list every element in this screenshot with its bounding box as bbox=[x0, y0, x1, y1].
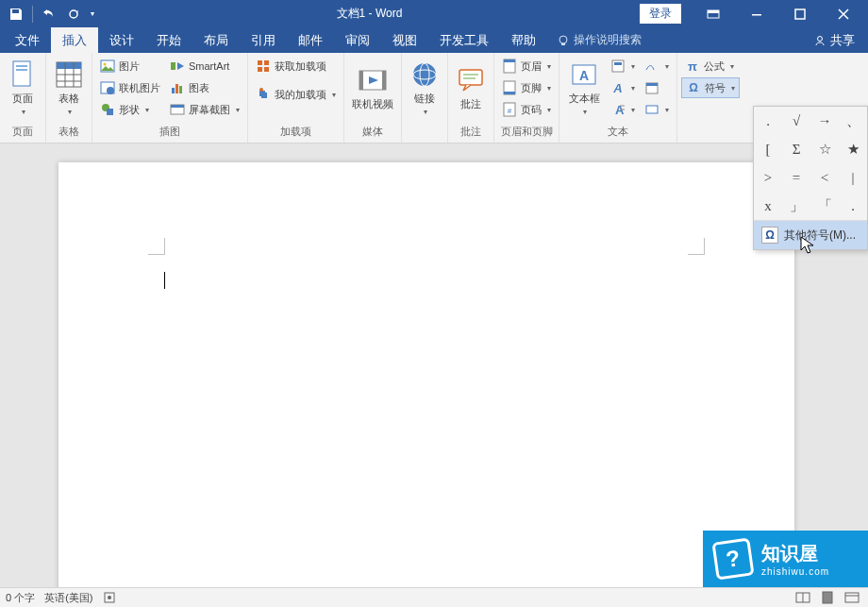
close-button[interactable] bbox=[823, 0, 864, 27]
addin-icon bbox=[256, 87, 271, 102]
login-button[interactable]: 登录 bbox=[640, 4, 681, 24]
my-addins-button[interactable]: 我的加载项▾ bbox=[252, 84, 340, 105]
read-mode-button[interactable] bbox=[793, 589, 813, 606]
svg-rect-8 bbox=[13, 61, 30, 86]
undo-button[interactable] bbox=[37, 0, 61, 27]
minimize-button[interactable] bbox=[736, 0, 777, 27]
chevron-down-icon: ▾ bbox=[583, 108, 587, 116]
textbox-button[interactable]: A 文本框 ▾ bbox=[563, 56, 605, 120]
group-header-footer: 页眉▾ 页脚▾ #页码▾ 页眉和页脚 bbox=[494, 53, 559, 143]
word-count[interactable]: 0 个字 bbox=[6, 591, 35, 605]
svg-point-33 bbox=[259, 88, 263, 92]
screenshot-button[interactable]: 屏幕截图▾ bbox=[166, 99, 243, 120]
tab-file[interactable]: 文件 bbox=[4, 27, 51, 53]
tab-design[interactable]: 设计 bbox=[98, 27, 145, 53]
get-addins-button[interactable]: 获取加载项 bbox=[252, 56, 340, 76]
shapes-icon bbox=[100, 102, 115, 117]
page-number-button[interactable]: #页码▾ bbox=[498, 99, 555, 120]
svg-rect-12 bbox=[57, 62, 81, 69]
macro-icon[interactable] bbox=[103, 591, 116, 604]
maximize-button[interactable] bbox=[779, 0, 821, 27]
window-title: 文档1 - Word bbox=[99, 6, 640, 22]
symbol-cell[interactable]: x bbox=[754, 192, 782, 220]
datetime-button[interactable] bbox=[641, 77, 673, 98]
web-layout-button[interactable] bbox=[842, 589, 862, 606]
svg-rect-25 bbox=[175, 84, 178, 93]
chevron-down-icon: ▾ bbox=[424, 108, 427, 116]
tab-mailings[interactable]: 邮件 bbox=[287, 27, 334, 53]
equation-button[interactable]: π公式▾ bbox=[681, 56, 740, 76]
link-icon bbox=[409, 59, 440, 90]
symbol-cell[interactable]: [ bbox=[754, 135, 782, 163]
symbol-cell[interactable]: Σ bbox=[782, 135, 810, 163]
object-button[interactable]: ▾ bbox=[641, 99, 673, 120]
footer-button[interactable]: 页脚▾ bbox=[498, 77, 555, 98]
table-button[interactable]: 表格 ▾ bbox=[50, 56, 88, 120]
chevron-down-icon: ▾ bbox=[665, 106, 669, 114]
language-status[interactable]: 英语(美国) bbox=[44, 591, 92, 605]
tab-layout[interactable]: 布局 bbox=[192, 27, 240, 53]
svg-rect-3 bbox=[752, 14, 761, 16]
symbol-cell[interactable]: . bbox=[754, 107, 782, 135]
symbol-cell[interactable]: 「 bbox=[810, 192, 839, 220]
tab-help[interactable]: 帮助 bbox=[500, 27, 547, 53]
qat-customize[interactable]: ▾ bbox=[86, 0, 99, 27]
redo-button[interactable] bbox=[61, 0, 86, 27]
tab-insert[interactable]: 插入 bbox=[51, 27, 98, 53]
tab-view[interactable]: 视图 bbox=[381, 27, 428, 53]
separator bbox=[32, 6, 33, 23]
pictures-button[interactable]: 图片 bbox=[96, 56, 164, 76]
symbol-cell[interactable]: ★ bbox=[839, 135, 867, 163]
group-pages: 页面 ▾ 页面 bbox=[0, 53, 46, 143]
symbol-button[interactable]: Ω符号▾ bbox=[681, 77, 740, 98]
svg-rect-58 bbox=[646, 83, 658, 86]
symbol-cell[interactable]: = bbox=[782, 163, 810, 192]
chevron-down-icon: ▾ bbox=[631, 62, 635, 71]
symbol-cell[interactable]: ☆ bbox=[810, 135, 839, 163]
print-layout-button[interactable] bbox=[817, 589, 838, 606]
header-button[interactable]: 页眉▾ bbox=[498, 56, 555, 76]
pages-button[interactable]: 页面 ▾ bbox=[4, 56, 42, 120]
symbol-cell[interactable]: | bbox=[839, 163, 867, 192]
ribbon-display-button[interactable] bbox=[693, 0, 734, 27]
chart-button[interactable]: 图表 bbox=[166, 77, 243, 98]
svg-point-5 bbox=[559, 36, 567, 43]
tab-home[interactable]: 开始 bbox=[145, 27, 192, 53]
date-icon bbox=[644, 80, 659, 95]
symbol-cell[interactable]: → bbox=[810, 107, 839, 135]
symbol-dropdown-panel: . √ → 、 [ Σ ☆ ★ > = < | x 」 「 . Ω 其他符号(M… bbox=[753, 106, 868, 250]
save-button[interactable] bbox=[4, 0, 28, 27]
tab-developer[interactable]: 开发工具 bbox=[428, 27, 500, 53]
symbol-cell[interactable]: < bbox=[810, 163, 839, 192]
smartart-button[interactable]: SmartArt bbox=[166, 56, 243, 76]
signature-button[interactable]: ▾ bbox=[641, 56, 673, 76]
page[interactable] bbox=[58, 162, 794, 587]
links-button[interactable]: 链接 ▾ bbox=[406, 56, 443, 120]
svg-rect-30 bbox=[264, 60, 269, 65]
symbol-cell[interactable]: √ bbox=[782, 107, 810, 135]
chevron-down-icon: ▾ bbox=[730, 62, 734, 71]
group-label bbox=[402, 137, 447, 143]
svg-rect-64 bbox=[823, 592, 832, 603]
chevron-down-icon: ▾ bbox=[68, 108, 72, 116]
tell-me-search[interactable]: 操作说明搜索 bbox=[547, 27, 651, 53]
margin-corner bbox=[688, 238, 705, 255]
share-button[interactable]: 共享 bbox=[800, 27, 868, 53]
symbol-cell[interactable]: 」 bbox=[782, 192, 810, 220]
symbol-cell[interactable]: . bbox=[839, 192, 867, 220]
symbol-cell[interactable]: > bbox=[754, 163, 782, 192]
online-pictures-button[interactable]: 联机图片 bbox=[96, 77, 164, 98]
quick-parts-button[interactable]: ▾ bbox=[607, 56, 639, 76]
dropcap-button[interactable]: A▾ bbox=[607, 99, 639, 120]
chevron-down-icon: ▾ bbox=[145, 106, 149, 114]
comment-button[interactable]: 批注 bbox=[452, 56, 490, 120]
svg-rect-44 bbox=[504, 59, 515, 62]
tab-review[interactable]: 审阅 bbox=[334, 27, 381, 53]
online-video-button[interactable]: 联机视频 bbox=[348, 56, 397, 120]
document-area[interactable] bbox=[0, 143, 868, 587]
watermark-name: 知识屋 bbox=[761, 541, 829, 566]
wordart-button[interactable]: A▾ bbox=[607, 77, 639, 98]
tab-references[interactable]: 引用 bbox=[240, 27, 287, 53]
shapes-button[interactable]: 形状▾ bbox=[96, 99, 164, 120]
symbol-cell[interactable]: 、 bbox=[839, 107, 867, 135]
